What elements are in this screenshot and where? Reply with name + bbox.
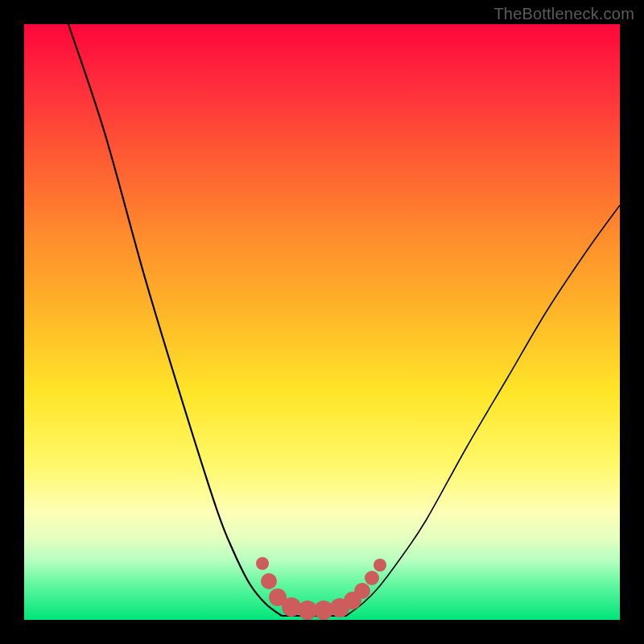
valley-dots — [256, 557, 386, 620]
curves-svg — [24, 24, 620, 620]
valley-dot — [354, 583, 370, 599]
right-curve — [346, 205, 620, 616]
plot-area — [24, 24, 620, 620]
valley-dot — [374, 559, 386, 572]
valley-dot — [256, 557, 269, 570]
valley-dot — [365, 571, 379, 585]
watermark-text: TheBottleneck.com — [493, 5, 634, 23]
valley-dot — [282, 597, 301, 617]
valley-dot — [261, 573, 277, 589]
left-curve — [68, 24, 282, 616]
chart-stage: TheBottleneck.com — [0, 0, 644, 644]
